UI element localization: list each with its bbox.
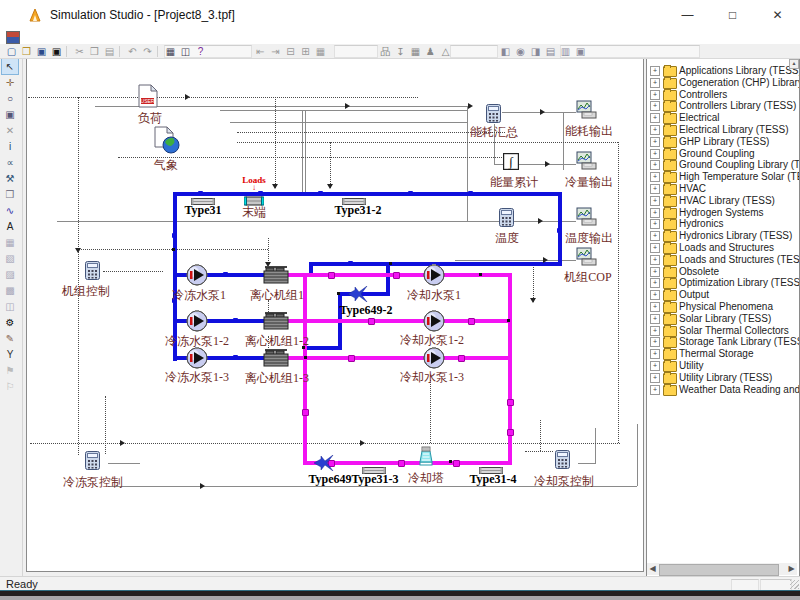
tile-horizontal-icon[interactable]: ▦	[313, 45, 328, 58]
library-item[interactable]: +Controllers Library (TESS)	[649, 100, 800, 112]
library-item[interactable]: +Optimization Library (TESS)	[649, 277, 800, 289]
expand-plus-icon[interactable]: +	[650, 90, 660, 100]
expand-plus-icon[interactable]: +	[650, 314, 660, 324]
component-chilled-pump-control[interactable]	[85, 451, 100, 474]
expand-plus-icon[interactable]: +	[650, 361, 660, 371]
library-item[interactable]: +Weather Data Reading and Process	[649, 384, 800, 396]
expand-plus-icon[interactable]: +	[650, 113, 660, 123]
expand-plus-icon[interactable]: +	[650, 267, 660, 277]
show-frames-icon[interactable]: ▤	[543, 45, 558, 58]
component-chiller-1[interactable]	[263, 265, 289, 289]
new-icon[interactable]: ▢	[4, 45, 19, 58]
show-links-icon[interactable]: ◉	[513, 45, 528, 58]
show-layers-icon[interactable]: ◧	[498, 45, 513, 58]
show-locks-icon[interactable]: ◨	[528, 45, 543, 58]
expand-plus-icon[interactable]: +	[650, 208, 660, 218]
expand-plus-icon[interactable]: +	[650, 78, 660, 88]
library-item[interactable]: +Electrical Library (TESS)	[649, 124, 800, 136]
library-item[interactable]: +Utility Library (TESS)	[649, 372, 800, 384]
assembly-tree-icon[interactable]: 品	[378, 45, 393, 58]
output-tool-icon[interactable]: ◫	[2, 299, 18, 314]
expand-plus-icon[interactable]: +	[650, 373, 660, 383]
expand-plus-icon[interactable]: +	[650, 231, 660, 241]
component-cooling-tower[interactable]	[417, 446, 435, 470]
expand-plus-icon[interactable]: +	[650, 349, 660, 359]
copy-icon[interactable]: ❒	[87, 45, 102, 58]
library-item[interactable]: +Loads and Structures	[649, 242, 800, 254]
component-energy-integrator[interactable]: ∫	[503, 153, 519, 174]
show-margins-icon[interactable]: ▣	[573, 45, 588, 58]
stamp-tool-icon[interactable]: ❒	[2, 187, 18, 202]
cascade-windows-icon[interactable]: ⊟	[283, 45, 298, 58]
library-item[interactable]: +Ground Coupling	[649, 148, 800, 160]
settings-gear-icon[interactable]: ⚙	[2, 315, 18, 330]
select-mode-icon[interactable]: ♟	[423, 45, 438, 58]
library-item[interactable]: +Storage Tank Library (TESS)	[649, 336, 800, 348]
library-item[interactable]: +HVAC Library (TESS)	[649, 195, 800, 207]
library-item[interactable]: +Solar Library (TESS)	[649, 313, 800, 325]
close-button[interactable]: ✕	[755, 0, 800, 30]
component-temperature[interactable]	[499, 208, 514, 231]
library-item[interactable]: +Solar Thermal Collectors	[649, 325, 800, 337]
expand-plus-icon[interactable]: +	[650, 326, 660, 336]
library-item[interactable]: +Ground Coupling Library (TESS)	[649, 159, 800, 171]
flag-a-icon[interactable]: ⚑	[2, 363, 18, 378]
signal-tool-icon[interactable]: ∿	[2, 203, 18, 218]
frame-tool-1-icon[interactable]: ▦	[2, 235, 18, 250]
frame-tool-2-icon[interactable]: ▧	[2, 251, 18, 266]
component-weather-file[interactable]	[154, 126, 180, 158]
library-item[interactable]: +Hydronics Library (TESS)	[649, 230, 800, 242]
expand-plus-icon[interactable]: +	[650, 385, 660, 395]
library-item[interactable]: +GHP Library (TESS)	[649, 136, 800, 148]
expand-plus-icon[interactable]: +	[650, 219, 660, 229]
plug-tool-icon[interactable]: ⚒	[2, 171, 18, 186]
print-preview-icon[interactable]: ◫	[178, 45, 193, 58]
library-item[interactable]: +Obsolete	[649, 266, 800, 278]
show-grid-icon[interactable]: ▥	[558, 45, 573, 58]
expand-plus-icon[interactable]: +	[650, 337, 660, 347]
grid-toggle-icon[interactable]: ▦	[408, 45, 423, 58]
info-tool-icon[interactable]: i	[2, 139, 18, 154]
link-tool-icon[interactable]: ∝	[2, 155, 18, 170]
expand-plus-icon[interactable]: +	[650, 66, 660, 76]
component-temperature-output[interactable]	[576, 207, 598, 231]
expand-plus-icon[interactable]: +	[650, 184, 660, 194]
library-item[interactable]: +Thermal Storage	[649, 348, 800, 360]
redo-icon[interactable]: ↷	[140, 45, 155, 58]
image-frame-icon[interactable]: ▣	[2, 107, 18, 122]
expand-plus-icon[interactable]: +	[650, 137, 660, 147]
library-item[interactable]: +High Temperature Solar (TESS)	[649, 171, 800, 183]
delete-tool-icon[interactable]: ✕	[2, 123, 18, 138]
library-item[interactable]: +Loads and Structures (TESS)	[649, 254, 800, 266]
run-tool-icon[interactable]: Υ	[2, 347, 18, 362]
component-energy-output[interactable]	[576, 100, 598, 124]
library-item[interactable]: +Applications Library (TESS)	[649, 65, 800, 77]
library-item[interactable]: +Electrical	[649, 112, 800, 124]
print-icon[interactable]: ▦	[163, 45, 178, 58]
library-item[interactable]: +Physical Phenomena	[649, 301, 800, 313]
expand-plus-icon[interactable]: +	[650, 172, 660, 182]
pan-hand-icon[interactable]: ✛	[2, 75, 18, 90]
component-load-file[interactable]: USER	[138, 84, 158, 112]
expand-plus-icon[interactable]: +	[650, 278, 660, 288]
library-item[interactable]: +HVAC	[649, 183, 800, 195]
save-all-icon[interactable]: ▣	[49, 45, 64, 58]
plot-tool-icon[interactable]: ▩	[2, 283, 18, 298]
component-chiller-2[interactable]	[263, 311, 289, 335]
expand-plus-icon[interactable]: +	[650, 160, 660, 170]
component-chiller-3[interactable]	[263, 348, 289, 372]
expand-plus-icon[interactable]: +	[650, 302, 660, 312]
layers-tool-icon[interactable]: ▨	[2, 267, 18, 282]
expand-plus-icon[interactable]: +	[650, 149, 660, 159]
component-cooling-pump-control[interactable]	[555, 450, 570, 473]
undo-icon[interactable]: ↶	[125, 45, 140, 58]
zoom-extents-icon[interactable]: △	[438, 45, 453, 58]
expand-plus-icon[interactable]: +	[650, 290, 660, 300]
library-item[interactable]: +Controllers	[649, 89, 800, 101]
component-unit-control[interactable]	[85, 261, 100, 284]
library-scroll-up-icon[interactable]: ▲	[789, 59, 799, 69]
component-cooling-output[interactable]	[576, 151, 598, 175]
cut-icon[interactable]: ✂	[72, 45, 87, 58]
library-item[interactable]: +Cogeneration (CHP) Library (TESS)	[649, 77, 800, 89]
open-icon[interactable]: ❐	[19, 45, 34, 58]
